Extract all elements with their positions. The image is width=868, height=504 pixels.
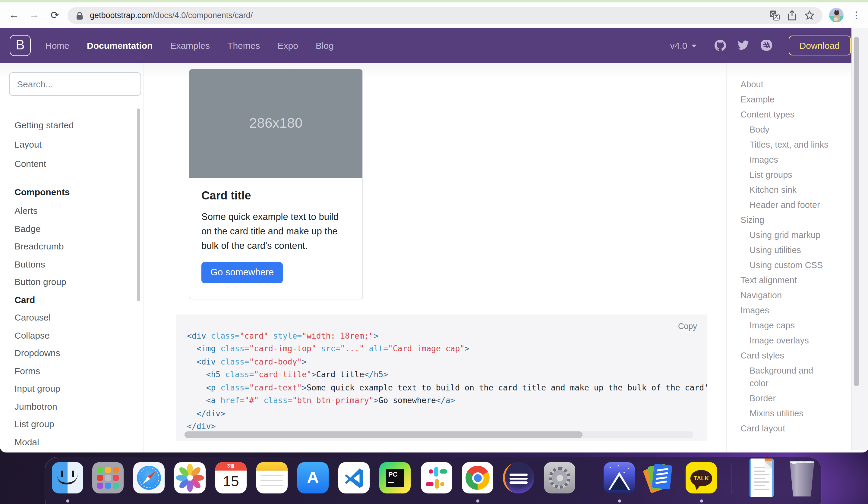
lock-icon xyxy=(76,11,83,20)
sidebar-item-breadcrumb[interactable]: Breadcrumb xyxy=(14,238,143,255)
sidebar-item-modal[interactable]: Modal xyxy=(14,433,143,451)
toc-item-text-alignment[interactable]: Text alignment xyxy=(741,273,843,288)
back-button[interactable]: ← xyxy=(4,9,24,21)
chrome-menu-icon[interactable]: ⋮ xyxy=(852,8,861,22)
sidebar-item-list-group[interactable]: List group xyxy=(14,415,143,433)
pycharm-icon[interactable]: PC xyxy=(379,462,411,493)
sidebar-item-alerts[interactable]: Alerts xyxy=(14,202,143,220)
toc-item-body[interactable]: Body xyxy=(741,122,831,137)
sidebar-item-collapse[interactable]: Collapse xyxy=(14,326,143,344)
toc-item-header-and-footer[interactable]: Header and footer xyxy=(741,198,831,213)
sidebar-item-forms[interactable]: Forms xyxy=(14,362,143,380)
sidebar-item-button-group[interactable]: Button group xyxy=(14,273,143,291)
minimized-window-icon[interactable] xyxy=(750,459,774,497)
chrome-icon[interactable] xyxy=(462,462,493,493)
calendar-icon[interactable]: 3월 15 xyxy=(215,462,247,493)
toc-item-sizing[interactable]: Sizing xyxy=(741,213,843,228)
chevron-down-icon xyxy=(692,45,696,48)
running-indicator-vpn xyxy=(618,500,621,502)
sidebar-scrollbar[interactable] xyxy=(137,108,140,301)
bootstrap-navbar: B HomeDocumentationExamplesThemesExpoBlo… xyxy=(0,28,868,63)
go-somewhere-button[interactable]: Go somewhere xyxy=(202,262,283,283)
safari-icon[interactable] xyxy=(133,462,165,493)
toc-item-using-utilities[interactable]: Using utilities xyxy=(741,243,831,258)
url-bar[interactable]: getbootstrap.com/docs/4.0/components/car… xyxy=(68,7,823,24)
toc-item-kitchen-sink[interactable]: Kitchen sink xyxy=(741,182,831,198)
github-icon[interactable] xyxy=(714,40,726,51)
page-scrollbar-thumb[interactable] xyxy=(854,37,859,386)
forward-button[interactable]: → xyxy=(24,9,45,21)
sidebar-item-dropdowns[interactable]: Dropdowns xyxy=(14,344,143,362)
toc-item-background-and-color[interactable]: Background and color xyxy=(741,363,831,391)
toc-item-images[interactable]: Images xyxy=(741,153,831,168)
nav-link-blog[interactable]: Blog xyxy=(316,40,334,51)
card-title: Card title xyxy=(202,189,350,202)
sidebar-item-carousel[interactable]: Carousel xyxy=(14,308,143,326)
toc-item-using-custom-css[interactable]: Using custom CSS xyxy=(741,258,831,273)
app-store-icon[interactable]: A xyxy=(297,462,329,493)
reload-button[interactable]: ⟳ xyxy=(45,9,65,21)
search-input[interactable] xyxy=(9,72,141,96)
documents-app-icon[interactable] xyxy=(644,462,676,493)
profile-avatar[interactable] xyxy=(829,8,843,22)
nav-link-documentation[interactable]: Documentation xyxy=(87,40,153,51)
toc-item-example[interactable]: Example xyxy=(741,92,843,107)
vpn-mountain-app-icon[interactable] xyxy=(603,462,635,493)
nav-link-examples[interactable]: Examples xyxy=(170,40,210,51)
toc-item-image-caps[interactable]: Image caps xyxy=(741,318,831,333)
slack-icon[interactable] xyxy=(761,40,773,52)
page-scrollbar[interactable] xyxy=(851,28,868,450)
share-icon[interactable] xyxy=(787,10,797,21)
code-line: <div class="card" style="width: 18rem;"> xyxy=(187,329,707,342)
dock-separator xyxy=(590,464,590,494)
bootstrap-logo[interactable]: B xyxy=(10,35,31,56)
kakaotalk-icon[interactable]: TALK xyxy=(685,462,717,493)
toc-item-using-grid-markup[interactable]: Using grid markup xyxy=(741,228,831,243)
sidebar-item-layout[interactable]: Layout xyxy=(14,135,143,154)
example-card: 286x180 Card title Some quick example te… xyxy=(189,69,363,300)
toc-item-mixins-utilities[interactable]: Mixins utilities xyxy=(741,406,831,421)
nav-link-expo[interactable]: Expo xyxy=(277,40,298,51)
bookmark-star-icon[interactable] xyxy=(804,10,815,21)
toc-item-list-groups[interactable]: List groups xyxy=(741,168,831,182)
trash-icon[interactable] xyxy=(788,459,816,496)
eclipse-icon[interactable] xyxy=(503,462,534,493)
toc-item-image-overlays[interactable]: Image overlays xyxy=(741,333,831,348)
sidebar-item-content[interactable]: Content xyxy=(14,154,143,174)
sidebar-item-badge[interactable]: Badge xyxy=(14,220,143,238)
code-scrollbar-thumb[interactable] xyxy=(185,431,582,438)
sidebar-section-components[interactable]: Components xyxy=(14,182,143,202)
sidebar-item-buttons[interactable]: Buttons xyxy=(14,255,143,273)
photos-icon[interactable] xyxy=(174,462,206,493)
toc-item-content-types[interactable]: Content types xyxy=(741,107,843,122)
twitter-icon[interactable] xyxy=(737,41,749,50)
toc-item-card-styles[interactable]: Card styles xyxy=(741,348,843,363)
finder-icon[interactable] xyxy=(52,462,83,493)
toc-item-navigation[interactable]: Navigation xyxy=(741,288,843,303)
toc-divider xyxy=(726,63,726,452)
toc-item-titles-text-and-links[interactable]: Titles, text, and links xyxy=(741,137,831,153)
nav-link-home[interactable]: Home xyxy=(45,40,69,51)
system-settings-icon[interactable] xyxy=(544,462,575,493)
nav-link-themes[interactable]: Themes xyxy=(227,40,260,51)
toc-item-about[interactable]: About xyxy=(741,77,843,92)
code-line: </div> xyxy=(187,420,707,433)
toc-item-border[interactable]: Border xyxy=(741,391,831,406)
running-indicator-finder xyxy=(66,500,69,502)
notes-icon[interactable] xyxy=(256,462,288,493)
version-dropdown[interactable]: v4.0 xyxy=(670,40,696,51)
toc-item-card-layout[interactable]: Card layout xyxy=(741,421,843,436)
code-horizontal-scrollbar[interactable] xyxy=(185,431,693,438)
launchpad-icon[interactable] xyxy=(92,462,124,493)
sidebar-item-card[interactable]: Card xyxy=(14,291,143,308)
toc-item-images[interactable]: Images xyxy=(741,303,843,318)
translate-icon[interactable]: G xyxy=(769,10,780,21)
sidebar-item-getting-started[interactable]: Getting started xyxy=(14,116,143,135)
vscode-icon[interactable] xyxy=(338,462,370,493)
download-button[interactable]: Download xyxy=(789,35,850,55)
slack-icon-dock[interactable] xyxy=(421,462,452,493)
code-line: </div> xyxy=(187,407,707,420)
sidebar-item-input-group[interactable]: Input group xyxy=(14,380,143,397)
sidebar-item-jumbotron[interactable]: Jumbotron xyxy=(14,397,143,415)
sidebar-nav-list: Getting startedLayoutContentComponentsAl… xyxy=(0,107,143,451)
